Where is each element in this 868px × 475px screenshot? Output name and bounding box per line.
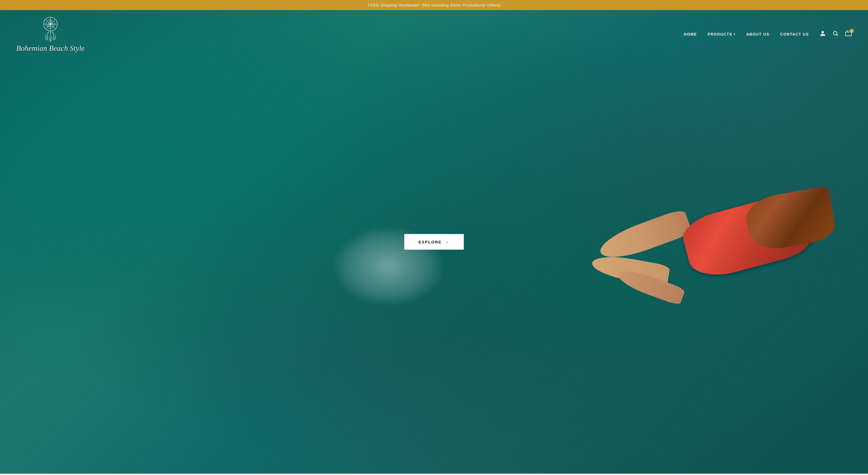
svg-line-21 [45,37,47,37]
brand-name: Bohemian Beach Style [16,44,85,53]
nav-item-home[interactable]: HOME [684,32,697,36]
svg-point-31 [50,33,51,34]
nav-item-contact[interactable]: CONTACT US [780,32,809,36]
svg-point-33 [834,31,837,35]
explore-button[interactable]: EXPLORE → [404,234,464,250]
nav-icons: 1 [820,30,852,38]
svg-line-20 [54,35,55,40]
explore-label: EXPLORE [418,240,442,244]
account-icon[interactable] [820,30,826,38]
svg-line-34 [837,34,838,36]
announcement-bar: FREE Shipping Worldwide* (Not Including … [0,0,868,10]
nav-item-about[interactable]: ABOUT US [746,32,769,36]
svg-line-23 [46,38,47,39]
svg-point-30 [48,33,49,34]
hero-section: Bohemian Beach Style HOME PRODUCTS ▾ ABO… [0,10,868,474]
explore-button-container: EXPLORE → [404,234,464,250]
swimmer-figure [304,96,868,420]
svg-point-15 [45,34,48,40]
cart-badge: 1 [849,29,854,33]
svg-point-32 [52,33,54,34]
products-dropdown-arrow: ▾ [734,33,736,35]
svg-line-16 [46,35,48,40]
nav-links: HOME PRODUCTS ▾ ABOUT US CONTACT US [684,32,809,36]
swimmer-body [529,161,840,339]
cart-icon[interactable]: 1 [845,30,852,38]
navbar: Bohemian Beach Style HOME PRODUCTS ▾ ABO… [0,10,868,58]
svg-point-11 [50,23,51,25]
nav-item-products[interactable]: PRODUCTS ▾ [708,32,735,36]
logo-area[interactable]: Bohemian Beach Style [16,16,85,53]
announcement-text: FREE Shipping Worldwide* (Not Including … [368,3,500,7]
swimmer-hair [743,186,838,254]
swimmer-arm [596,208,692,265]
search-icon[interactable] [833,30,838,38]
dreamcatcher-logo-icon [40,16,61,42]
svg-point-19 [53,34,56,40]
explore-arrow: → [445,240,450,244]
